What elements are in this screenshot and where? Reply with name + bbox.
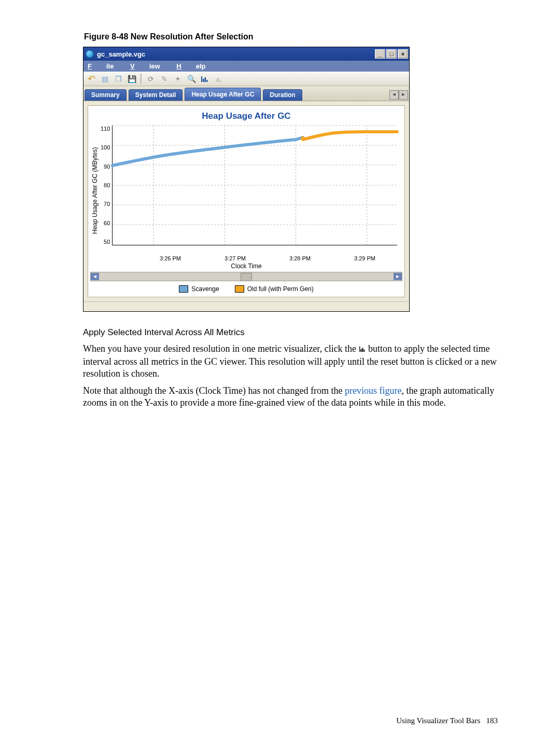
svg-rect-1 — [203, 79, 204, 82]
paragraph-1: When you have your desired resolution in… — [83, 343, 498, 380]
chart-panel: Heap Usage After GC Heap Usage After GC … — [88, 105, 405, 297]
menubar: File View Help — [83, 61, 409, 72]
status-bar — [83, 301, 409, 311]
svg-rect-21 — [363, 350, 365, 352]
scroll-right-icon[interactable]: ► — [394, 273, 402, 280]
y-axis-ticks: 110 100 90 80 70 60 50 — [100, 126, 112, 245]
scroll-thumb[interactable] — [241, 273, 252, 281]
menu-help[interactable]: Help — [176, 62, 205, 70]
svg-rect-5 — [218, 77, 219, 82]
refresh-icon[interactable]: ⟳ — [145, 73, 157, 85]
x-axis-label: Clock Time — [90, 263, 402, 270]
y-axis-label: Heap Usage After GC (MBytes) — [90, 126, 100, 255]
save-icon[interactable]: 💾 — [126, 73, 137, 85]
figure-caption: Figure 8-48 New Resolution After Selecti… — [84, 32, 498, 42]
legend-old-full: Old full (with Perm Gen) — [235, 285, 314, 293]
copy-icon[interactable]: ❐ — [113, 73, 124, 85]
tab-heap-usage[interactable]: Heap Usage After GC — [185, 88, 261, 101]
minimize-button[interactable]: _ — [375, 49, 385, 59]
app-icon — [86, 50, 94, 58]
svg-rect-3 — [206, 80, 208, 82]
tab-scroll-left[interactable]: ◄ — [389, 90, 399, 100]
x-axis-ticks: 3:26 PM 3:27 PM 3:28 PM 3:29 PM — [114, 255, 402, 261]
chart-legend: Scavenge Old full (with Perm Gen) — [90, 283, 402, 296]
tab-system-detail[interactable]: System Detail — [129, 89, 183, 101]
tab-summary[interactable]: Summary — [85, 89, 127, 101]
menu-file[interactable]: File — [88, 62, 114, 70]
horizontal-scrollbar[interactable]: ◄ ► — [90, 272, 402, 281]
svg-rect-4 — [216, 79, 217, 82]
zoom-icon[interactable]: 🔍 — [186, 73, 197, 85]
toolbar: ↶ ▤ ❐ 💾 ⟳ ✎ ✦ 🔍 — [83, 72, 409, 86]
chart-title: Heap Usage After GC — [90, 111, 402, 121]
svg-point-17 — [301, 136, 305, 141]
tab-row: Summary System Detail Heap Usage After G… — [83, 86, 409, 101]
svg-rect-2 — [205, 77, 206, 82]
menu-view[interactable]: View — [130, 62, 160, 70]
tab-duration[interactable]: Duration — [263, 89, 302, 101]
series-scavenge — [113, 137, 303, 165]
profile-icon[interactable]: ▤ — [99, 73, 110, 85]
window-title: gc_sample.vgc — [97, 50, 145, 58]
plot-area — [112, 126, 397, 245]
svg-rect-19 — [360, 349, 361, 352]
wand-icon[interactable]: ✦ — [172, 73, 184, 85]
svg-rect-6 — [219, 80, 221, 82]
svg-rect-20 — [362, 348, 363, 352]
swatch-old-full — [235, 285, 244, 293]
legend-scavenge: Scavenge — [179, 285, 219, 293]
paragraph-2: Note that although the X-axis (Clock Tim… — [83, 385, 498, 409]
close-button[interactable]: × — [398, 49, 408, 59]
section-subheading: Apply Selected Interval Across All Metri… — [83, 327, 498, 338]
undo-icon[interactable]: ↶ — [86, 73, 97, 85]
app-window: gc_sample.vgc _ □ × File View Help ↶ ▤ ❐… — [83, 47, 410, 312]
apply-interval-inline-icon — [359, 344, 366, 356]
chart-dim-icon[interactable] — [213, 73, 224, 85]
series-old-full — [303, 132, 397, 140]
scroll-left-icon[interactable]: ◄ — [91, 273, 99, 280]
titlebar: gc_sample.vgc _ □ × — [83, 47, 409, 61]
swatch-scavenge — [179, 285, 188, 293]
apply-interval-icon[interactable] — [199, 73, 211, 85]
page-footer: Using Visualizer Tool Bars 183 — [396, 716, 498, 725]
tab-scroll-right[interactable]: ► — [399, 90, 408, 100]
pencil-icon[interactable]: ✎ — [159, 73, 170, 85]
maximize-button[interactable]: □ — [386, 49, 397, 59]
previous-figure-link[interactable]: previous figure — [345, 385, 401, 396]
